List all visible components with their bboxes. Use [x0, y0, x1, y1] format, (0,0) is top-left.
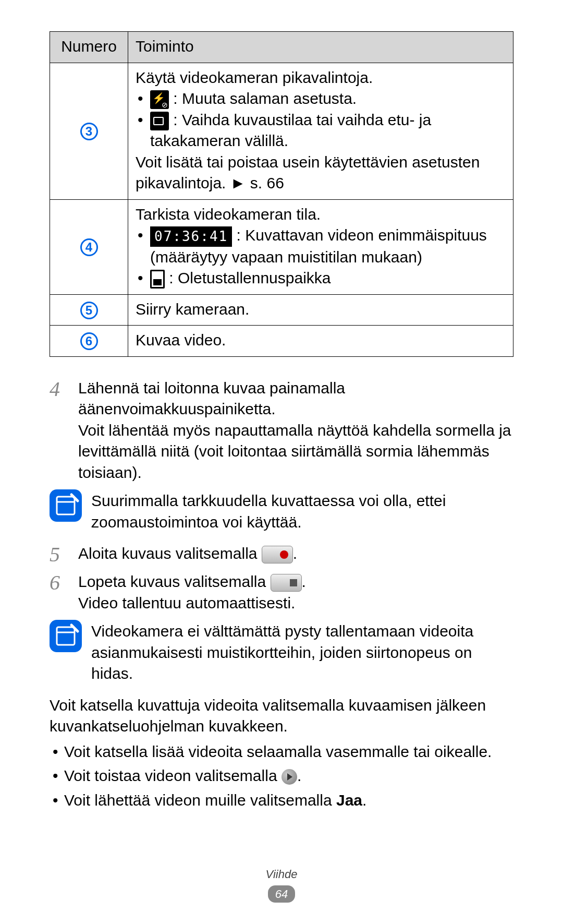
flash-icon — [150, 90, 169, 109]
row5-text: Siirry kameraan. — [128, 294, 513, 326]
step-number: 5 — [50, 543, 78, 565]
note-icon — [50, 489, 82, 522]
row4-intro: Tarkista videokameran tila. — [136, 204, 506, 225]
step-4: 4 Lähennä tai loitonna kuvaa painamalla … — [50, 378, 513, 484]
step4-p1: Lähennä tai loitonna kuvaa painamalla ää… — [78, 378, 513, 420]
note-icon — [50, 620, 82, 652]
page-footer: Viihde 64 — [0, 867, 563, 903]
play-icon — [282, 769, 297, 785]
list-item: Voit lähettää videon muille valitsemalla… — [50, 790, 513, 811]
row6-text: Kuvaa video. — [128, 326, 513, 357]
list-item: Voit katsella lisää videoita selaamalla … — [50, 741, 513, 763]
body-list: Voit katsella lisää videoita selaamalla … — [50, 741, 513, 811]
number-badge-4: 4 — [80, 238, 98, 256]
table-row: 6 Kuvaa video. — [50, 326, 513, 357]
note-zoom: Suurimmalla tarkkuudella kuvattaessa voi… — [50, 489, 513, 533]
body-paragraph: Voit katsella kuvattuja videoita valitse… — [50, 695, 513, 737]
row3-intro: Käytä videokameran pikavalintoja. — [136, 67, 506, 89]
page-number: 64 — [268, 885, 295, 903]
note-storage-speed: Videokamera ei välttämättä pysty tallent… — [50, 620, 513, 685]
step-number: 6 — [50, 571, 78, 614]
note-text: Videokamera ei välttämättä pysty tallent… — [91, 620, 513, 685]
function-table: Numero Toiminto 3 Käytä videokameran pik… — [50, 31, 513, 357]
list-item: Voit toistaa videon valitsemalla . — [50, 765, 513, 787]
row3-item-flash: : Muuta salaman asetusta. — [136, 88, 506, 110]
footer-category: Viihde — [0, 867, 563, 882]
step4-p2: Voit lähentää myös napauttamalla näyttöä… — [78, 420, 513, 484]
timecode-icon: 07:36:41 — [150, 226, 232, 247]
table-row: 3 Käytä videokameran pikavalintoja. : Mu… — [50, 63, 513, 199]
table-row: 4 Tarkista videokameran tila. 07:36:41 :… — [50, 199, 513, 294]
row4-item-storage: : Oletustallennuspaikka — [136, 268, 506, 289]
header-numero: Numero — [50, 32, 128, 63]
row3-outro: Voit lisätä tai poistaa usein käytettävi… — [136, 152, 506, 194]
record-button-icon — [262, 546, 293, 563]
number-badge-6: 6 — [80, 332, 98, 350]
step6-p2: Video tallentuu automaattisesti. — [78, 593, 513, 614]
table-row: 5 Siirry kameraan. — [50, 294, 513, 326]
step-6: 6 Lopeta kuvaus valitsemalla . Video tal… — [50, 571, 513, 614]
number-badge-3: 3 — [80, 123, 98, 140]
step-number: 4 — [50, 378, 78, 484]
row3-item-mode: : Vaihda kuvaustilaa tai vaihda etu- ja … — [136, 110, 506, 152]
stop-button-icon — [271, 574, 302, 592]
svg-rect-0 — [57, 497, 75, 514]
camera-switch-icon — [150, 112, 169, 130]
number-badge-5: 5 — [80, 302, 98, 319]
storage-icon — [150, 270, 165, 289]
header-toiminto: Toiminto — [128, 32, 513, 63]
svg-rect-1 — [57, 627, 75, 645]
note-text: Suurimmalla tarkkuudella kuvattaessa voi… — [91, 489, 513, 533]
step-5: 5 Aloita kuvaus valitsemalla . — [50, 543, 513, 565]
row4-item-duration: 07:36:41 : Kuvattavan videon enimmäispit… — [136, 225, 506, 268]
